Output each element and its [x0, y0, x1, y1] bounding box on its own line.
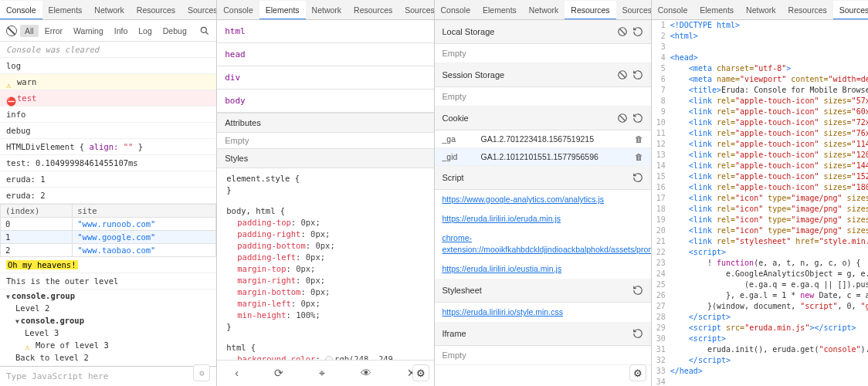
tab-network[interactable]: Network — [306, 1, 348, 19]
filter-log[interactable]: Log — [134, 25, 157, 37]
group-line: console.group — [0, 290, 216, 302]
code-line: 9 <link rel="apple-touch-icon" sizes="60… — [652, 107, 868, 117]
code-line: 2<html> — [652, 31, 868, 42]
tab-resources[interactable]: Resources — [348, 1, 398, 19]
clear-icon[interactable] — [617, 26, 628, 37]
log-line: debug — [0, 123, 216, 139]
gear-icon[interactable]: ⚙ — [412, 364, 429, 381]
svg-line-5 — [619, 73, 625, 78]
gear-icon[interactable]: ⚙ — [629, 364, 646, 381]
section-header: Cookie — [435, 107, 651, 130]
refresh-icon[interactable] — [632, 26, 643, 37]
console-table: (index)site 0"www.runoob.com"1"www.googl… — [0, 204, 216, 257]
filter-info[interactable]: Info — [110, 25, 133, 37]
filter-warning[interactable]: Warning — [69, 25, 108, 37]
breadcrumb-div[interactable]: div — [217, 66, 433, 90]
tab-network[interactable]: Network — [523, 1, 565, 19]
code-line: 21 <link rel="stylesheet" href="style.mi… — [652, 236, 868, 247]
code-line: 14 <link rel="apple-touch-icon" sizes="1… — [652, 161, 868, 171]
attributes-value: Empty — [217, 133, 433, 148]
code-line: 16 <link rel="apple-touch-icon" sizes="1… — [652, 182, 868, 193]
target-icon[interactable]: ⌖ — [319, 367, 325, 380]
tab-sources[interactable]: Sources — [181, 1, 216, 19]
tab-sources[interactable]: Sources — [833, 1, 868, 20]
tab-elements[interactable]: Elements — [693, 1, 740, 19]
gear-icon[interactable]: ⚙ — [193, 364, 210, 381]
table-header-row: (index)site — [1, 205, 216, 218]
resource-link[interactable]: https://eruda.liriliri.io/eustia.min.js — [435, 259, 651, 279]
refresh-icon[interactable] — [632, 172, 643, 183]
tab-network[interactable]: Network — [88, 1, 131, 19]
search-icon[interactable] — [199, 25, 210, 36]
tabs: ConsoleElementsNetworkResourcesSourcesIn… — [217, 0, 433, 20]
svg-point-0 — [202, 27, 207, 32]
clear-icon[interactable] — [617, 69, 628, 80]
tab-elements[interactable]: Elements — [42, 1, 89, 19]
code-line: 12 <link rel="apple-touch-icon" sizes="1… — [652, 139, 868, 150]
outer-line: This is the outer level — [0, 273, 216, 290]
resource-link[interactable]: https://www.google-analytics.com/analyti… — [435, 190, 651, 209]
resource-item: Empty — [435, 87, 651, 107]
trash-icon[interactable]: 🗑 — [635, 134, 643, 144]
style-block: element.style {} — [217, 168, 433, 201]
styles-container: element.style {}body, html {padding-top:… — [217, 168, 433, 360]
resource-link[interactable]: chrome-extension://mooikfkahbdckldjjndio… — [435, 229, 651, 259]
breadcrumb-body[interactable]: body — [217, 90, 433, 113]
tab-elements[interactable]: Elements — [259, 1, 306, 20]
code-line: 34 — [652, 377, 868, 386]
back-icon[interactable]: ‹ — [235, 367, 239, 380]
refresh-icon[interactable]: ⟳ — [274, 367, 283, 380]
table-body: 0"www.runoob.com"1"www.google.com"2"www.… — [1, 218, 216, 257]
tab-elements[interactable]: Elements — [476, 1, 523, 19]
breadcrumb-head[interactable]: head — [217, 43, 433, 66]
code-line: 18 <link rel="icon" type="image/png" siz… — [652, 204, 868, 215]
resource-item: Empty — [435, 346, 651, 365]
code-line: 5 <meta charset="utf-8"> — [652, 63, 868, 74]
breadcrumb-html[interactable]: html — [217, 20, 433, 43]
tab-console[interactable]: Console — [217, 1, 259, 19]
filter-debug[interactable]: Debug — [158, 25, 192, 37]
tab-network[interactable]: Network — [740, 1, 782, 19]
section-header: Stylesheet — [435, 279, 651, 303]
eye-icon[interactable]: 👁 — [361, 367, 371, 380]
tab-sources[interactable]: Sources — [398, 1, 433, 19]
console-input[interactable]: Type JavaScript here ⚙ — [0, 366, 216, 386]
style-block: body, html {padding-top: 0px;padding-rig… — [217, 201, 433, 337]
trash-icon[interactable]: 🗑 — [635, 152, 643, 161]
refresh-icon[interactable] — [632, 328, 643, 339]
sources-panel: ConsoleElementsNetworkResourcesSourcesIn… — [652, 0, 868, 386]
tab-resources[interactable]: Resources — [782, 1, 833, 19]
resource-link[interactable]: https://eruda.liriliri.io/style.min.css — [435, 303, 651, 322]
group-line: Back to level 2 — [0, 351, 216, 364]
refresh-icon[interactable] — [632, 113, 643, 124]
code-line: 15 <link rel="apple-touch-icon" sizes="1… — [652, 171, 868, 182]
tab-console[interactable]: Console — [435, 1, 477, 19]
code-line: 30 <script> — [652, 334, 868, 344]
refresh-icon[interactable] — [632, 285, 643, 296]
refresh-icon[interactable] — [632, 69, 643, 80]
code-line: 24 e.GoogleAnalyticsObject = g, e.ga = e… — [652, 269, 868, 279]
cleared-msg: Console was cleared — [0, 42, 216, 58]
code-line: 28 </script> — [652, 312, 868, 323]
tab-console[interactable]: Console — [652, 1, 694, 19]
tab-resources[interactable]: Resources — [131, 1, 181, 19]
log-line: info — [0, 107, 216, 123]
code-line: 23 ! function(e, a, t, n, g, c, o) { — [652, 258, 868, 269]
attributes-header: Attributes — [217, 113, 433, 133]
code-line: 11 <link rel="apple-touch-icon" sizes="7… — [652, 128, 868, 139]
console-output: Console was cleared log⚠warn⛔testinfodeb… — [0, 42, 216, 366]
filter-error[interactable]: Error — [40, 25, 67, 37]
log-line: ⛔test — [0, 90, 216, 107]
tab-console[interactable]: Console — [0, 1, 42, 20]
tab-resources[interactable]: Resources — [565, 1, 615, 20]
clear-icon[interactable] — [617, 113, 628, 124]
code-line: 17 <link rel="icon" type="image/png" siz… — [652, 193, 868, 204]
tab-sources[interactable]: Sources — [616, 1, 651, 19]
clear-icon[interactable] — [6, 25, 17, 36]
group-line: Level 2 — [0, 302, 216, 314]
group-line: Level 3 — [0, 327, 216, 339]
section-header: Session Storage — [435, 63, 651, 87]
filter-all[interactable]: All — [20, 25, 39, 37]
section-header: Iframe — [435, 322, 651, 346]
resource-link[interactable]: https://eruda.liriliri.io/eruda.min.js — [435, 209, 651, 229]
